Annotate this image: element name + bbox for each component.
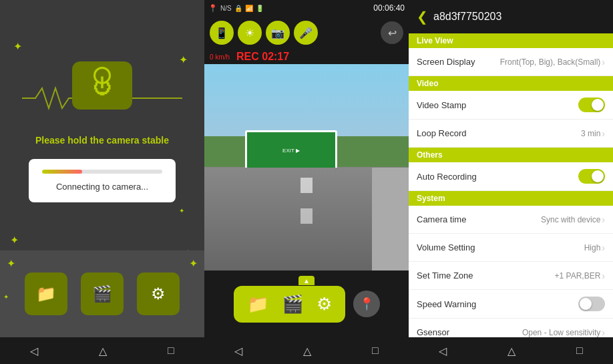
section-system: System [409, 191, 613, 206]
settings-header: ❮ a8d3f7750203 [409, 0, 613, 33]
video-ctrl-icon[interactable]: 🎬 [282, 294, 303, 315]
back-nav-3[interactable]: ◁ [439, 345, 447, 357]
section-others: Others [409, 148, 613, 162]
loop-record-label: Loop Record [417, 128, 466, 138]
setting-loop-record[interactable]: Loop Record 3 min › [409, 120, 613, 148]
hold-text: Please hold the camera stable [35, 135, 169, 146]
gsensor-label: Gsensor [417, 327, 449, 337]
chevron-loop: › [602, 128, 605, 139]
chevron-gsensor: › [602, 327, 605, 338]
panel2-navbar: ◁ △ □ [204, 337, 409, 364]
setting-volume[interactable]: Volume Setting High › [409, 234, 613, 262]
screen-display-value: Front(Top, Big), Back(Small) › [500, 57, 605, 67]
setting-screen-display[interactable]: Screen Display Front(Top, Big), Back(Sma… [409, 48, 613, 76]
highway-sign: EXIT ▶ [245, 130, 337, 172]
gsensor-value: Open - Low sensitivity › [522, 327, 605, 338]
chevron-volume: › [602, 242, 605, 253]
folder-ctrl-icon[interactable]: 📁 [247, 294, 268, 315]
section-live-view: Live View [409, 33, 613, 48]
location-btn[interactable]: 📍 [353, 291, 380, 317]
gear-ctrl-icon[interactable]: ⚙ [317, 294, 332, 315]
road-line-1 [300, 178, 313, 193]
status-bar: 📍 N/S 🔒 📶 🔋 00:06:40 [204, 0, 409, 16]
video-frame: EXIT ▶ [204, 64, 409, 270]
home-nav-2[interactable]: △ [303, 345, 311, 357]
video-stamp-label: Video Stamp [417, 100, 466, 110]
sparkle-bbl: ✦ [3, 293, 9, 301]
road-scene: EXIT ▶ [204, 64, 409, 270]
panel2-controls-row: 📱 ☀ 📷 🎤 ↩ [204, 16, 409, 49]
screen-toggle-btn[interactable]: 📱 [210, 21, 234, 45]
speed-text: 0 km/h [210, 53, 230, 61]
sparkle-bl: ✦ [7, 257, 15, 270]
chevron-screen: › [602, 57, 605, 67]
section-video: Video [409, 76, 613, 91]
signal-icon: 📶 [245, 5, 253, 12]
chevron-camera-time: › [602, 214, 605, 225]
device-title: a8d3f7750203 [433, 11, 501, 23]
location-status: N/S [220, 5, 232, 12]
loop-record-value: 3 min › [581, 128, 605, 139]
setting-speed-warning[interactable]: Speed Warning [409, 290, 613, 319]
lock-icon: 🔒 [234, 5, 242, 12]
volume-value: High › [584, 242, 605, 253]
road-line-2 [300, 208, 313, 224]
setting-video-stamp[interactable]: Video Stamp [409, 91, 613, 120]
setting-timezone[interactable]: Set Time Zone +1 PAR,BER › [409, 262, 613, 290]
setting-auto-recording[interactable]: Auto Recording [409, 162, 613, 191]
settings-btn[interactable]: ⚙ [137, 272, 180, 315]
panel1-navbar: ◁ △ □ [0, 337, 204, 364]
progress-fill [42, 170, 82, 174]
camera-btn[interactable]: 📷 [266, 21, 290, 45]
speed-warning-toggle[interactable] [578, 297, 605, 311]
panel1-top-area: Please hold the camera stable Connecting… [0, 0, 204, 250]
expand-btn[interactable]: ▲ [298, 276, 315, 285]
progress-bar [42, 170, 162, 174]
timezone-value: +1 PAR,BER › [555, 270, 605, 281]
video-stamp-toggle[interactable] [578, 98, 605, 112]
speed-warning-label: Speed Warning [417, 299, 476, 309]
back-nav-2[interactable]: ◁ [234, 345, 242, 357]
camera-time-label: Camera time [417, 214, 466, 224]
rec-text: REC 02:17 [236, 51, 289, 63]
brightness-btn[interactable]: ☀ [238, 21, 262, 45]
connecting-text: Connecting to camera... [56, 182, 148, 192]
setting-camera-time[interactable]: Camera time Sync with device › [409, 206, 613, 234]
timezone-label: Set Time Zone [417, 270, 473, 281]
sparkle-br: ✦ [189, 257, 198, 270]
chevron-timezone: › [602, 270, 605, 281]
screen-display-label: Screen Display [417, 57, 475, 67]
panel-connecting: ✦ ✦ ✦ ✦ ✦ Please hold the camera stable … [0, 0, 204, 364]
battery-icon: 🔋 [256, 5, 264, 12]
panel1-bottom-icons: ✦ ✦ ✦ 📁 🎬 ⚙ [0, 250, 204, 337]
mic-btn[interactable]: 🎤 [294, 21, 318, 45]
hold-message: Please hold the camera stable [35, 135, 169, 152]
settings-back-arrow[interactable]: ❮ [417, 9, 428, 25]
back-nav-1[interactable]: ◁ [30, 345, 38, 357]
location-icon: 📍 [208, 4, 218, 13]
recent-nav-3[interactable]: □ [576, 345, 583, 357]
camera-icon [72, 61, 132, 110]
camera-time-value: Sync with device › [541, 214, 605, 225]
setting-gsensor[interactable]: Gsensor Open - Low sensitivity › [409, 319, 613, 337]
recent-nav-2[interactable]: □ [372, 345, 379, 357]
panel2-bottom-controls: ▲ 📁 🎬 ⚙ 📍 [204, 270, 409, 337]
exit-btn[interactable]: ↩ [381, 21, 403, 44]
panel3-navbar: ◁ △ □ [409, 337, 613, 364]
auto-recording-toggle[interactable] [578, 169, 605, 184]
connecting-box: Connecting to camera... [29, 159, 176, 202]
gallery-btn[interactable]: 📁 [25, 272, 67, 315]
rec-area: 0 km/h REC 02:17 [204, 49, 409, 64]
recent-nav-1[interactable]: □ [168, 345, 174, 357]
clock-time: 00:06:40 [373, 3, 405, 13]
barrier [372, 168, 409, 271]
settings-list: Live View Screen Display Front(Top, Big)… [409, 33, 613, 337]
road [204, 168, 409, 271]
auto-recording-label: Auto Recording [417, 172, 477, 182]
home-nav-1[interactable]: △ [99, 345, 107, 357]
video-btn[interactable]: 🎬 [81, 272, 124, 315]
volume-label: Volume Setting [417, 242, 475, 252]
panel-recording: 📍 N/S 🔒 📶 🔋 00:06:40 📱 ☀ 📷 🎤 ↩ 0 km/h RE… [204, 0, 409, 364]
panel-settings: ❮ a8d3f7750203 Live View Screen Display … [409, 0, 613, 364]
home-nav-3[interactable]: △ [507, 345, 516, 357]
